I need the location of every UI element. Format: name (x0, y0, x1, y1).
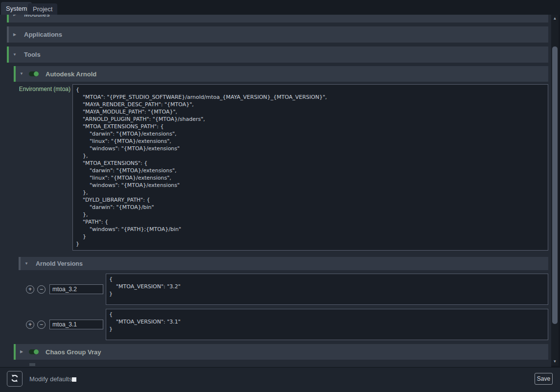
version-json-textarea[interactable]: { "MTOA_VERSION": "3.2" } (106, 274, 548, 305)
subsection-title: Arnold Versions (36, 260, 83, 267)
remove-version-button[interactable]: − (37, 321, 46, 329)
collapsed-arrow-icon[interactable]: ▶ (11, 33, 18, 37)
horizontal-scrollbar-thumb[interactable] (29, 363, 35, 366)
tab-system[interactable]: System (1, 2, 32, 15)
subsection-header-arnold-versions[interactable]: ▼ Arnold Versions (19, 257, 548, 270)
modify-defaults-checkbox[interactable] (72, 377, 76, 382)
tab-project[interactable]: Project (28, 3, 57, 15)
version-name-input[interactable] (49, 284, 103, 294)
version-json-textarea[interactable]: { "MTOA_VERSION": "3.1" } (106, 309, 548, 340)
collapsed-arrow-icon[interactable]: ▶ (11, 15, 18, 17)
add-version-button[interactable]: + (26, 285, 34, 294)
vray-enabled-toggle[interactable] (29, 349, 39, 354)
scroll-up-icon[interactable]: ▲ (551, 16, 559, 22)
section-header-modules[interactable]: ▶ Modules (7, 15, 548, 23)
section-title: Tools (24, 51, 41, 58)
vertical-scrollbar[interactable]: ▲ ▼ (551, 15, 559, 366)
section-header-applications[interactable]: ▶ Applications (7, 26, 548, 43)
remove-version-button[interactable]: − (37, 285, 46, 294)
settings-scroll-area: ▶ Modules ▶ Applications ▼ Tools ▼ Autod… (0, 15, 551, 367)
section-title: Modules (24, 15, 50, 18)
vertical-scrollbar-thumb[interactable] (552, 46, 558, 324)
scroll-down-icon[interactable]: ▼ (551, 359, 559, 365)
environment-label: Environment (mtoa) (0, 84, 72, 251)
expanded-arrow-icon[interactable]: ▼ (11, 53, 18, 57)
tool-title: Chaos Group Vray (46, 348, 101, 356)
environment-json-textarea[interactable]: { "MTOA": "{PYPE_STUDIO_SOFTWARE}/arnold… (72, 84, 548, 251)
modify-defaults-label: Modify defaults (29, 375, 72, 383)
collapsed-arrow-icon[interactable]: ▶ (18, 350, 25, 354)
add-version-button[interactable]: + (26, 321, 34, 329)
version-name-input[interactable] (49, 320, 103, 329)
refresh-icon (10, 374, 19, 384)
section-title: Applications (24, 31, 62, 38)
tool-header-autodesk-arnold[interactable]: ▼ Autodesk Arnold (14, 66, 548, 82)
toggle-knob (34, 71, 39, 76)
version-row: + − { "MTOA_VERSION": "3.1" } (26, 309, 548, 340)
arnold-enabled-toggle[interactable] (29, 71, 39, 76)
environment-row: Environment (mtoa) { "MTOA": "{PYPE_STUD… (0, 84, 551, 251)
expanded-arrow-icon[interactable]: ▼ (18, 72, 25, 76)
refresh-button[interactable] (7, 371, 23, 387)
section-header-tools[interactable]: ▼ Tools (7, 46, 548, 63)
tool-title: Autodesk Arnold (46, 70, 96, 78)
toggle-knob (34, 349, 39, 354)
version-row: + − { "MTOA_VERSION": "3.2" } (26, 274, 548, 305)
tool-header-chaos-group-vray[interactable]: ▶ Chaos Group Vray (14, 344, 548, 360)
save-button[interactable]: Save (535, 373, 553, 385)
footer-bar: Modify defaults Save (0, 367, 560, 392)
expanded-arrow-icon[interactable]: ▼ (23, 262, 30, 266)
tab-bar: System Project (0, 0, 560, 15)
